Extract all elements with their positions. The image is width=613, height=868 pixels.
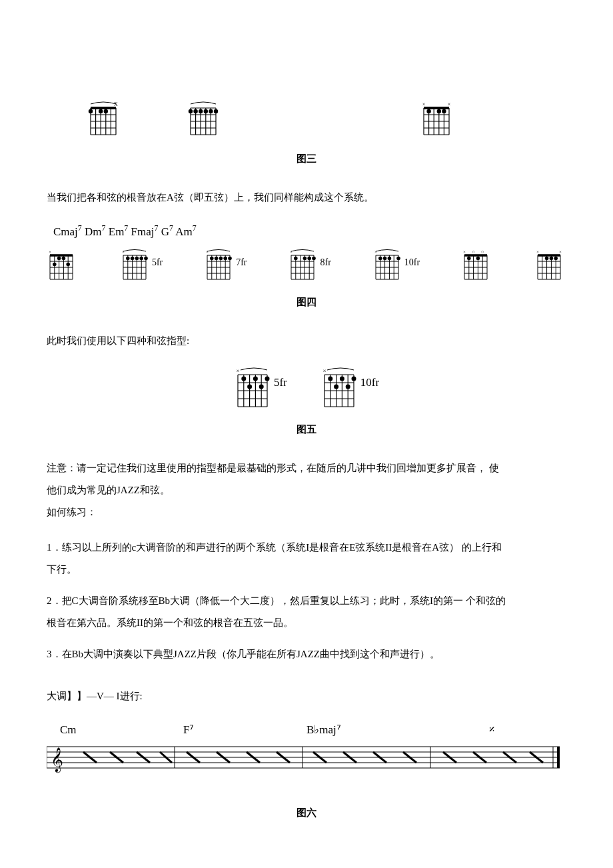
caption-fig4: 图四: [47, 294, 566, 310]
svg-point-13: [89, 109, 93, 113]
chord-grid-icon: X: [87, 100, 120, 137]
svg-point-102: [210, 257, 214, 261]
svg-point-87: [139, 257, 143, 261]
chord-names-line: Cmaj7 Dm7 Em7 Fmaj7 G7 Am7: [53, 222, 566, 241]
svg-point-52: [442, 109, 446, 113]
svg-point-175: [550, 257, 554, 261]
svg-point-176: [554, 257, 558, 261]
svg-point-209: [340, 376, 344, 381]
svg-point-211: [334, 384, 338, 389]
chord-grid-icon: ×: [372, 247, 402, 281]
staff-chord: Cm: [60, 721, 183, 739]
chord-diagram: ×: [47, 247, 79, 281]
staff-chord: F⁷: [183, 721, 306, 739]
svg-point-70: [57, 257, 61, 261]
progression-title: 大调】】—V— I进行:: [47, 685, 566, 707]
svg-text:×: ×: [122, 249, 125, 255]
chord-diagram: [187, 100, 220, 137]
staff-chord: B♭maj⁷: [306, 721, 430, 739]
svg-point-212: [345, 384, 350, 389]
svg-text:×: ×: [322, 367, 326, 374]
svg-point-158: [476, 257, 480, 261]
practice-item: 1．练习以上所列的c大调音阶的和声进行的两个系统（系统I是根音在E弦系统II是根…: [47, 537, 566, 581]
chord-diagram: ××: [534, 247, 566, 281]
chord-diagram: × 10fr: [320, 365, 379, 408]
chord-grid-icon: [187, 100, 220, 137]
svg-point-137: [378, 257, 382, 261]
staff-chord-labels: Cm F⁷ B♭maj⁷ 𝄎: [47, 721, 566, 740]
svg-text:X: X: [114, 101, 118, 107]
svg-text:×: ×: [290, 249, 293, 255]
caption-fig3: 图三: [47, 151, 566, 167]
svg-rect-17: [187, 100, 220, 137]
staff-block: Cm F⁷ B♭maj⁷ 𝄎 𝄞: [47, 721, 566, 778]
svg-point-192: [265, 376, 269, 381]
svg-point-138: [383, 257, 387, 261]
svg-point-32: [204, 109, 208, 113]
chord-grid-icon: ××: [420, 100, 453, 137]
practice-list: 1．练习以上所列的c大调音阶的和声进行的两个系统（系统I是根音在E弦系统II是根…: [47, 537, 566, 665]
svg-point-105: [224, 257, 228, 261]
svg-point-30: [193, 109, 197, 113]
caption-fig5: 图五: [47, 421, 566, 437]
svg-point-123: [312, 257, 316, 261]
svg-text:×: ×: [559, 249, 562, 255]
chord-grid-icon: ×: [288, 247, 317, 281]
svg-point-15: [104, 109, 108, 113]
chord-diagram: ××: [420, 100, 453, 137]
practice-item: 2．把C大调音阶系统移至Bb大调（降低一个大二度），然后重复以上练习；此时，系统…: [47, 590, 566, 634]
svg-point-84: [126, 257, 130, 261]
svg-text:×: ×: [536, 249, 539, 255]
fret-label: 5fr: [152, 255, 163, 270]
svg-point-50: [426, 109, 430, 113]
chord-row-fig4: × × 5fr × 7fr × 8fr × 10fr ×○○ ××: [47, 247, 566, 281]
svg-point-33: [209, 109, 213, 113]
chord-grid-icon: ×○○: [461, 247, 490, 281]
svg-point-174: [545, 257, 549, 261]
svg-point-194: [259, 384, 264, 389]
chord-row-fig5: × 5fr × 10fr: [47, 365, 566, 408]
note-line: 如何练习：: [47, 507, 97, 517]
svg-point-69: [66, 263, 70, 267]
fret-label: 7fr: [236, 255, 247, 270]
svg-point-85: [131, 257, 135, 261]
svg-point-157: [467, 257, 471, 261]
practice-item: 3．在Bb大调中演奏以下典型JAZZ片段（你几乎能在所有JAZZ曲中找到这个和声…: [47, 643, 566, 665]
svg-point-139: [387, 257, 391, 261]
svg-point-120: [294, 257, 298, 261]
svg-text:×: ×: [374, 249, 377, 255]
music-staff-icon: 𝄞: [47, 740, 560, 773]
svg-point-190: [241, 376, 246, 381]
caption-fig6: 图六: [47, 805, 566, 821]
fret-label: 10fr: [360, 373, 379, 391]
svg-text:×: ×: [206, 249, 209, 255]
svg-point-68: [62, 257, 66, 261]
note-line: 他们成为常见的JAZZ和弦。: [47, 485, 170, 495]
note-block: 注意：请一定记住我们这里使用的指型都是最基础的形式，在随后的几讲中我们回增加更多…: [47, 457, 566, 523]
svg-point-86: [135, 257, 139, 261]
svg-text:×: ×: [49, 249, 51, 255]
chord-diagram: × 10fr: [372, 247, 420, 281]
svg-text:×: ×: [448, 101, 451, 107]
chord-grid-icon: ×: [47, 247, 76, 281]
chord-diagram: × 5fr: [120, 247, 163, 281]
svg-point-34: [214, 109, 218, 113]
chord-grid-icon: ×: [234, 365, 271, 408]
paragraph: 此时我们使用以下四种和弦指型:: [47, 330, 566, 352]
svg-point-103: [215, 257, 219, 261]
fret-label: 10fr: [404, 255, 420, 270]
svg-point-51: [437, 109, 441, 113]
svg-point-122: [308, 257, 312, 261]
svg-text:𝄞: 𝄞: [51, 747, 63, 773]
svg-text:×: ×: [463, 249, 466, 255]
svg-text:○: ○: [472, 249, 474, 255]
chord-diagram: × 5fr: [234, 365, 287, 408]
staff-chord: 𝄎: [430, 721, 553, 739]
svg-point-67: [53, 263, 57, 267]
chord-diagram: X: [87, 100, 120, 137]
chord-grid-icon: ×: [120, 247, 149, 281]
chord-diagram: × 7fr: [204, 247, 247, 281]
chord-grid-icon: ×: [204, 247, 233, 281]
chord-row-fig3: X ××: [87, 100, 566, 137]
svg-point-121: [303, 257, 307, 261]
